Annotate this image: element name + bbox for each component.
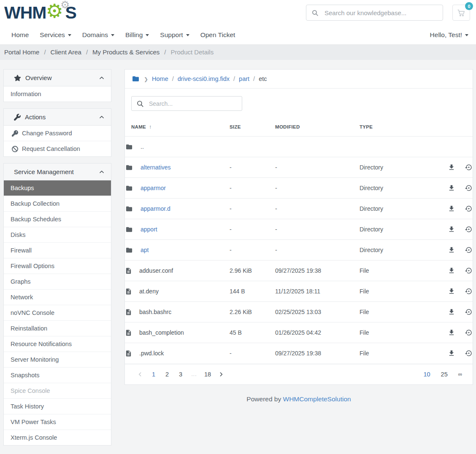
nav-item-billing[interactable]: Billing [125, 31, 149, 39]
breadcrumb: Portal Home / Client Area / My Products … [0, 44, 476, 60]
parent-dir-link[interactable]: .. [141, 143, 144, 150]
download-button[interactable] [448, 329, 455, 336]
sidebar-item-spice-console[interactable]: Spice Console [4, 383, 111, 399]
overview-panel-header[interactable]: Overview [4, 70, 111, 86]
directory-link[interactable]: alternatives [141, 164, 171, 171]
folder-icon [131, 75, 140, 83]
page-size-10[interactable]: 10 [423, 371, 430, 378]
sidebar-item-change-password[interactable]: Change Password [4, 126, 111, 141]
download-button[interactable] [448, 308, 455, 316]
nav-label: Domains [82, 31, 108, 39]
column-header-size[interactable]: SIZE [230, 118, 275, 137]
column-header-type[interactable]: TYPE [360, 118, 420, 137]
sidebar-item-task-history[interactable]: Task History [4, 399, 111, 414]
path-link-part[interactable]: part [239, 75, 249, 82]
breadcrumb-portal-home[interactable]: Portal Home [4, 48, 39, 56]
sidebar-item-backup-collection[interactable]: Backup Collection [4, 196, 111, 212]
sidebar-item-label: Server Monitoring [11, 356, 59, 363]
actions-panel: Actions Change Password Request Cancella… [3, 108, 111, 157]
page-number-18[interactable]: 18 [201, 371, 214, 378]
nav-item-open-ticket[interactable]: Open Ticket [200, 31, 235, 39]
breadcrumb-client-area[interactable]: Client Area [51, 48, 81, 56]
sidebar-item-network[interactable]: Network [4, 290, 111, 305]
restore-button[interactable] [465, 184, 473, 192]
path-link-drive[interactable]: drive-scsi0.img.fidx [178, 75, 230, 82]
directory-link[interactable]: apport [141, 226, 157, 233]
directory-link[interactable]: apparmor.d [141, 205, 170, 212]
directory-link[interactable]: apparmor [141, 185, 166, 191]
restore-button[interactable] [465, 226, 473, 233]
directory-link[interactable]: apt [141, 247, 149, 253]
restore-button[interactable] [465, 246, 473, 254]
sidebar-item-graphs[interactable]: Graphs [4, 274, 111, 290]
cart-button[interactable]: 0 [452, 5, 470, 21]
sidebar-item-disks[interactable]: Disks [4, 227, 111, 243]
sidebar-item-firewall-options[interactable]: Firewall Options [4, 258, 111, 274]
nav-item-home[interactable]: Home [11, 31, 29, 39]
page-number-1[interactable]: 1 [147, 371, 160, 378]
prev-page-button[interactable] [133, 371, 147, 378]
sidebar-item-label: Information [11, 91, 41, 97]
sidebar-item-vm-power-tasks[interactable]: VM Power Tasks [4, 414, 111, 430]
restore-button[interactable] [465, 329, 473, 336]
sidebar-item-information[interactable]: Information [4, 86, 111, 102]
folder-icon [125, 205, 133, 212]
sidebar-item-resource-notifications[interactable]: Resource Notifications [4, 336, 111, 352]
restore-button[interactable] [465, 205, 473, 212]
actions-panel-header[interactable]: Actions [4, 109, 111, 126]
nav-label: Services [40, 31, 65, 39]
column-header-modified[interactable]: MODIFIED [275, 118, 360, 137]
restore-button[interactable] [465, 349, 473, 357]
table-row-parent: .. [125, 137, 473, 157]
download-button[interactable] [448, 164, 455, 171]
restore-button[interactable] [465, 164, 473, 171]
service-management-panel-header[interactable]: Service Management [4, 164, 111, 180]
main-content: ❯ Home / drive-scsi0.img.fidx / part / e… [124, 69, 473, 416]
download-button[interactable] [448, 267, 455, 274]
next-page-button[interactable] [214, 371, 228, 378]
restore-button[interactable] [465, 308, 473, 316]
download-button[interactable] [448, 287, 455, 295]
sidebar-item-firewall[interactable]: Firewall [4, 243, 111, 258]
page-number-3[interactable]: 3 [174, 371, 187, 378]
knowledgebase-search-input[interactable] [324, 9, 438, 17]
breadcrumb-my-products[interactable]: My Products & Services [92, 48, 160, 56]
account-menu[interactable]: Hello, Test! [430, 31, 468, 39]
page-size-25[interactable]: 25 [441, 371, 448, 378]
column-header-name[interactable]: NAME↑ [125, 118, 230, 137]
download-button[interactable] [448, 205, 455, 212]
whmcs-logo[interactable]: WHM ⚙ ⚙ S [4, 3, 76, 22]
file-search-row [125, 89, 473, 118]
file-search-input[interactable] [148, 100, 237, 107]
sidebar-item-backups[interactable]: Backups [4, 180, 111, 196]
path-link-home[interactable]: Home [152, 75, 168, 82]
breadcrumb-separator: / [86, 48, 88, 56]
download-icon [448, 267, 455, 274]
table-row: alternatives - - Directory [125, 157, 473, 178]
sidebar-item-novnc-console[interactable]: noVNC Console [4, 305, 111, 321]
cell-modified: 09/27/2025 19:38 [275, 261, 360, 281]
nav-item-services[interactable]: Services [40, 31, 71, 39]
download-button[interactable] [448, 246, 455, 254]
nav-item-support[interactable]: Support [160, 31, 189, 39]
sidebar-item-backup-schedules[interactable]: Backup Schedules [4, 212, 111, 227]
footer-link-whmcompletesolution[interactable]: WHMCompleteSolution [283, 395, 351, 403]
page-number-2[interactable]: 2 [160, 371, 174, 378]
nav-item-domains[interactable]: Domains [82, 31, 114, 39]
sidebar-item-server-monitoring[interactable]: Server Monitoring [4, 352, 111, 368]
sidebar-item-request-cancellation[interactable]: Request Cancellation [4, 141, 111, 156]
download-button[interactable] [448, 349, 455, 357]
restore-button[interactable] [465, 287, 473, 295]
sidebar-item-snapshots[interactable]: Snapshots [4, 368, 111, 383]
file-name: at.deny [139, 288, 159, 295]
download-button[interactable] [448, 226, 455, 233]
page-size-all[interactable]: ∞ [458, 371, 462, 377]
sidebar-item-xtermjs-console[interactable]: Xterm.js Console [4, 430, 111, 445]
download-button[interactable] [448, 184, 455, 192]
restore-icon [465, 246, 473, 254]
restore-icon [465, 205, 473, 212]
sidebar-item-reinstallation[interactable]: Reinstallation [4, 321, 111, 336]
sidebar-item-label: noVNC Console [11, 309, 54, 316]
restore-button[interactable] [465, 267, 473, 274]
overview-panel: Overview Information [3, 69, 111, 102]
